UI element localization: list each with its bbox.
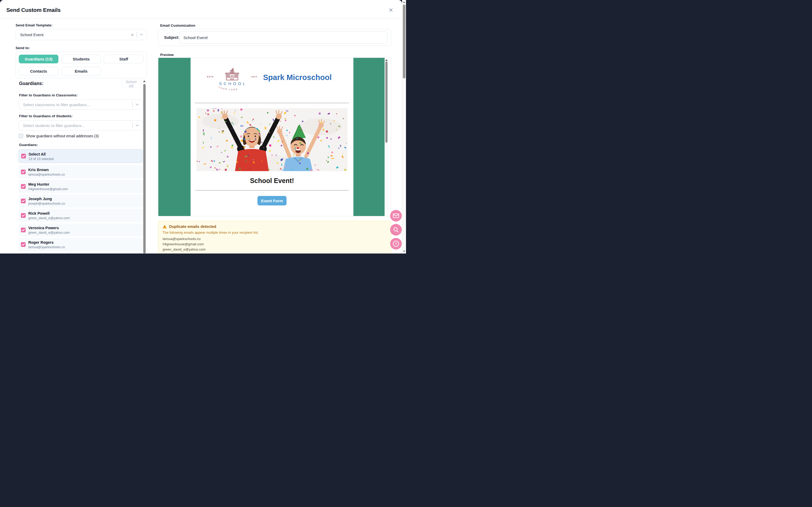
checked-checkbox[interactable]	[21, 213, 26, 218]
show-without-email-row[interactable]: Show guardians without email addresses (…	[18, 133, 147, 138]
duplicate-email: green_david_e@yahoo.com	[162, 247, 387, 252]
school-logo: ESTD 2023 SCHOOL YOUR LOGO	[212, 68, 252, 94]
guardian-name: Joseph Jung	[28, 197, 52, 201]
send-to-tab-students[interactable]: Students	[61, 55, 101, 63]
scrollbar-thumb[interactable]	[403, 4, 405, 78]
template-select[interactable]: School Event ×	[15, 29, 147, 40]
guardian-name: Meg Hunter	[28, 182, 49, 186]
guardian-row[interactable]: Kris Brownlarissa@sparkschools.co	[18, 165, 143, 178]
floating-actions: ?	[390, 210, 402, 249]
scroll-up-icon[interactable]	[385, 59, 388, 61]
classroom-filter-placeholder: Select classrooms to filter guardians...	[19, 103, 90, 107]
close-button[interactable]	[388, 7, 394, 14]
warning-icon	[162, 225, 167, 228]
scroll-down-icon[interactable]	[403, 250, 405, 252]
send-to-tab-contacts[interactable]: Contacts	[19, 67, 58, 75]
preview-divider	[195, 103, 349, 103]
send-to-tab-emails[interactable]: Emails	[61, 67, 101, 75]
page-scrollbar[interactable]	[402, 0, 406, 253]
recipients-column: Send Email Template: School Event × Send…	[15, 18, 147, 253]
email-customization-column: Email Customization Subject: School Even…	[158, 18, 391, 253]
email-preview[interactable]: ESTD 2023 SCHOOL YOUR LOGO Spark Microsc…	[158, 58, 391, 216]
preview-divider	[195, 190, 349, 191]
scroll-up-icon[interactable]	[403, 1, 405, 3]
modal-title: Send Custom Emails	[6, 7, 60, 13]
select-all-item[interactable]: Select All13 of 13 selected	[18, 149, 143, 163]
checked-checkbox[interactable]	[21, 184, 26, 189]
warning-title: Duplicate emails detected	[169, 224, 216, 229]
preview-left-band	[158, 58, 191, 216]
check-icon	[22, 200, 25, 202]
svg-text:?: ?	[395, 242, 397, 246]
checked-checkbox[interactable]	[21, 154, 26, 158]
guardian-email: 13 of 13 selected	[29, 157, 54, 161]
search-icon	[393, 227, 399, 233]
send-to-panel: Guardians (13)StudentsStaffContactsEmail…	[15, 52, 147, 78]
svg-text:YOUR LOGO: YOUR LOGO	[218, 86, 239, 91]
checked-checkbox[interactable]	[21, 242, 26, 247]
event-form-button[interactable]: Event Form	[257, 196, 287, 206]
select-all-button[interactable]: Select All	[121, 79, 141, 88]
classroom-filter-select[interactable]: Select classrooms to filter guardians...	[18, 100, 143, 110]
chevron-down-icon[interactable]	[140, 34, 143, 36]
select-divider	[137, 32, 137, 38]
classroom-filter-label: Filter to Guardians in Classrooms:	[19, 93, 147, 98]
check-icon	[22, 155, 25, 157]
guardian-email: larissa@sparkschools.co	[28, 173, 65, 176]
guardian-row[interactable]: Roger Rogerslarissa@sparkschools.co	[18, 238, 143, 251]
preview-event-title: School Event!	[250, 177, 294, 184]
search-button[interactable]	[390, 224, 402, 235]
show-without-email-checkbox[interactable]	[18, 133, 23, 138]
help-button[interactable]: ?	[390, 238, 402, 249]
help-icon: ?	[393, 240, 399, 247]
template-selected-value: School Event	[16, 33, 43, 37]
student-filter-label: Filter to Guardians of Students:	[19, 114, 147, 118]
send-to-tab-staff[interactable]: Staff	[104, 55, 144, 63]
show-without-email-label: Show guardians without email addresses (…	[26, 134, 99, 138]
send-to-tab-guardians[interactable]: Guardians (13)	[19, 55, 58, 63]
student-filter-select[interactable]: Select students to filter guardians...	[18, 120, 143, 130]
guardians-scrollbar[interactable]	[143, 79, 146, 253]
preview-right-band	[353, 58, 385, 216]
scrollbar-thumb[interactable]	[386, 61, 388, 143]
checked-checkbox[interactable]	[21, 170, 26, 174]
modal-header: Send Custom Emails	[0, 0, 402, 18]
guardian-name: Rick Powell	[28, 211, 50, 216]
guardian-email: 04greenhouse@gmail.com	[28, 187, 68, 191]
logo-school-text: SCHOOL	[212, 81, 252, 86]
logo-estd-text: ESTD	[207, 76, 214, 78]
subject-label: Subject:	[164, 36, 179, 40]
guardian-name: Kris Brown	[28, 168, 49, 172]
guardian-row[interactable]: Rick Powellgreen_david_e@yahoo.com	[18, 209, 143, 222]
guardian-email: larissa@sparkschools.co	[28, 245, 65, 249]
guardian-row[interactable]: Joseph Jungjoseph@sparkschools.co	[18, 194, 143, 208]
scroll-up-icon[interactable]	[143, 80, 146, 82]
check-icon	[22, 185, 25, 188]
chevron-down-icon[interactable]	[136, 104, 139, 106]
mail-button[interactable]	[390, 210, 402, 222]
email-customization-heading: Email Customization	[160, 23, 391, 28]
preview-body: ESTD 2023 SCHOOL YOUR LOGO Spark Microsc…	[191, 58, 353, 216]
chevron-down-icon[interactable]	[136, 124, 139, 126]
guardian-name: Select All	[29, 152, 46, 156]
scrollbar-thumb[interactable]	[143, 84, 146, 253]
guardian-name: Roger Rogers	[28, 240, 54, 244]
subject-input[interactable]: School Event!	[180, 32, 388, 44]
preview-scrollbar[interactable]	[385, 58, 388, 216]
clear-template-icon[interactable]: ×	[131, 32, 134, 37]
warning-description: The following emails appear multiple tim…	[162, 230, 387, 234]
checked-checkbox[interactable]	[21, 228, 26, 232]
guardian-email: green_david_e@yahoo.com	[28, 216, 70, 220]
guardian-row-partial[interactable]	[18, 252, 143, 253]
guardian-row[interactable]: Meg Hunter04greenhouse@gmail.com	[18, 180, 143, 193]
checked-checkbox[interactable]	[21, 199, 26, 203]
close-icon	[389, 8, 393, 12]
guardian-row[interactable]: Veronica Powersgreen_david_e@yahoo.com	[18, 223, 143, 237]
duplicate-email-list: larissa@sparkschools.co04greenhouse@gmai…	[162, 236, 387, 252]
mail-icon	[393, 213, 399, 218]
check-icon	[22, 229, 25, 231]
logo-year-text: 2023	[251, 76, 257, 78]
celebration-photo	[196, 108, 348, 171]
duplicate-email: larissa@sparkschools.co	[162, 236, 387, 242]
check-icon	[22, 171, 25, 173]
